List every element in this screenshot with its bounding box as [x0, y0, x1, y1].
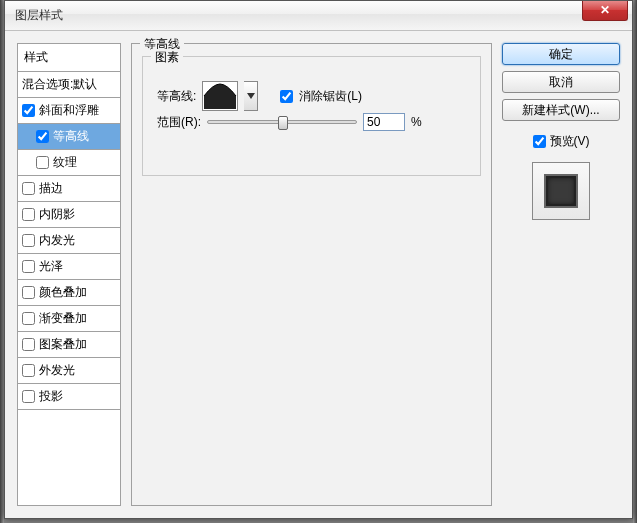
style-label: 斜面和浮雕 [39, 102, 99, 119]
style-label: 颜色叠加 [39, 284, 87, 301]
chevron-down-icon [247, 93, 255, 99]
style-check-drop-shadow[interactable] [22, 390, 35, 403]
style-label: 光泽 [39, 258, 63, 275]
blend-options-item[interactable]: 混合选项:默认 [18, 72, 120, 98]
blend-options-label: 混合选项:默认 [22, 76, 97, 93]
style-label: 外发光 [39, 362, 75, 379]
dialog-window: 图层样式 ✕ 样式 混合选项:默认 斜面和浮雕 等高线 纹理 [4, 0, 633, 519]
style-label: 投影 [39, 388, 63, 405]
window-title: 图层样式 [15, 7, 63, 24]
style-item-drop-shadow[interactable]: 投影 [18, 384, 120, 410]
antialias-label: 消除锯齿(L) [299, 88, 362, 105]
range-label: 范围(R): [157, 114, 201, 131]
range-input[interactable] [363, 113, 405, 131]
contour-picker[interactable] [202, 81, 238, 111]
style-label: 图案叠加 [39, 336, 87, 353]
style-label: 等高线 [53, 128, 89, 145]
preview-checkbox[interactable] [533, 135, 546, 148]
style-label: 内发光 [39, 232, 75, 249]
styles-list: 样式 混合选项:默认 斜面和浮雕 等高线 纹理 描边 内阴 [17, 43, 121, 506]
style-item-contour[interactable]: 等高线 [18, 124, 120, 150]
contour-row: 等高线: 消除锯齿(L) [157, 81, 362, 111]
preview-swatch [532, 162, 590, 220]
elements-fieldset: 图素 等高线: 消除锯齿(L) [142, 56, 481, 176]
style-check-inner-glow[interactable] [22, 234, 35, 247]
dialog-body: 样式 混合选项:默认 斜面和浮雕 等高线 纹理 描边 内阴 [5, 31, 632, 518]
style-label: 内阴影 [39, 206, 75, 223]
style-check-stroke[interactable] [22, 182, 35, 195]
contour-dropdown[interactable] [244, 81, 258, 111]
style-item-gradient-overlay[interactable]: 渐变叠加 [18, 306, 120, 332]
style-item-inner-glow[interactable]: 内发光 [18, 228, 120, 254]
preview-row: 预览(V) [502, 133, 620, 150]
style-check-contour[interactable] [36, 130, 49, 143]
contour-label: 等高线: [157, 88, 196, 105]
close-button[interactable]: ✕ [582, 1, 628, 21]
close-icon: ✕ [600, 3, 610, 17]
style-check-bevel[interactable] [22, 104, 35, 117]
style-check-inner-shadow[interactable] [22, 208, 35, 221]
ok-button[interactable]: 确定 [502, 43, 620, 65]
style-item-stroke[interactable]: 描边 [18, 176, 120, 202]
style-item-texture[interactable]: 纹理 [18, 150, 120, 176]
style-check-color-overlay[interactable] [22, 286, 35, 299]
range-unit: % [411, 115, 422, 129]
style-item-pattern-overlay[interactable]: 图案叠加 [18, 332, 120, 358]
contour-curve-icon [203, 82, 237, 110]
style-label: 渐变叠加 [39, 310, 87, 327]
style-item-satin[interactable]: 光泽 [18, 254, 120, 280]
style-check-pattern-overlay[interactable] [22, 338, 35, 351]
settings-panel: 等高线 图素 等高线: 消除锯齿(L) [131, 43, 492, 506]
preview-inner [544, 174, 578, 208]
fieldset-legend: 图素 [151, 49, 183, 66]
style-item-inner-shadow[interactable]: 内阴影 [18, 202, 120, 228]
style-check-satin[interactable] [22, 260, 35, 273]
range-slider[interactable] [207, 120, 357, 124]
window-edge-right [633, 0, 637, 523]
styles-header[interactable]: 样式 [18, 44, 120, 72]
style-label: 纹理 [53, 154, 77, 171]
style-check-texture[interactable] [36, 156, 49, 169]
range-row: 范围(R): % [157, 113, 422, 131]
antialias-checkbox[interactable] [280, 90, 293, 103]
style-item-bevel[interactable]: 斜面和浮雕 [18, 98, 120, 124]
cancel-button[interactable]: 取消 [502, 71, 620, 93]
style-item-outer-glow[interactable]: 外发光 [18, 358, 120, 384]
style-check-outer-glow[interactable] [22, 364, 35, 377]
style-check-gradient-overlay[interactable] [22, 312, 35, 325]
preview-label: 预览(V) [550, 133, 590, 150]
style-item-color-overlay[interactable]: 颜色叠加 [18, 280, 120, 306]
action-panel: 确定 取消 新建样式(W)... 预览(V) [502, 43, 620, 506]
new-style-button[interactable]: 新建样式(W)... [502, 99, 620, 121]
style-label: 描边 [39, 180, 63, 197]
titlebar[interactable]: 图层样式 ✕ [5, 1, 632, 31]
range-slider-thumb[interactable] [278, 116, 288, 130]
